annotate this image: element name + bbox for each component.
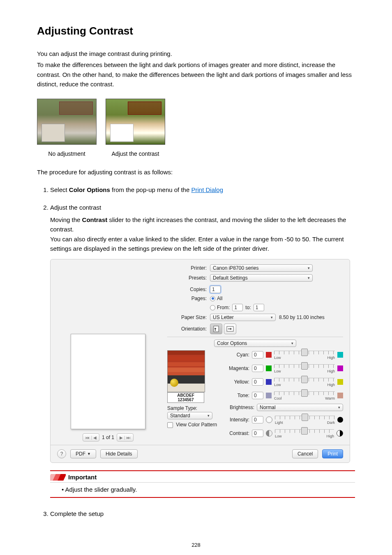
magenta-label: Magenta: bbox=[225, 365, 249, 371]
pages-all-label: All bbox=[217, 296, 222, 301]
page-number: 228 bbox=[37, 542, 355, 548]
brightness-label: Brightness: bbox=[225, 405, 254, 410]
hide-details-button[interactable]: Hide Details bbox=[100, 449, 138, 458]
pages-label: Pages: bbox=[167, 296, 210, 301]
pages-to-label: to: bbox=[245, 305, 251, 310]
intensity-label: Intensity: bbox=[225, 417, 249, 423]
papersize-label: Paper Size: bbox=[167, 314, 210, 320]
procedure-intro: The procedure for adjusting contrast is … bbox=[37, 169, 355, 176]
pdf-menu-button[interactable]: PDF ▼ bbox=[70, 449, 96, 458]
caret-icon: ▾ bbox=[308, 276, 310, 280]
tone-slider[interactable] bbox=[274, 390, 335, 396]
cyan-input[interactable]: 0 bbox=[252, 351, 263, 358]
orientation-portrait-button[interactable] bbox=[210, 324, 222, 334]
orientation-label: Orientation: bbox=[167, 326, 210, 332]
pages-from-input[interactable]: 1 bbox=[232, 304, 243, 311]
pager-label: 1 of 1 bbox=[102, 435, 114, 440]
contrast-low-icon bbox=[266, 430, 272, 437]
orientation-landscape-button[interactable] bbox=[224, 324, 236, 334]
printer-select[interactable]: Canon iP8700 series ▾ bbox=[210, 264, 313, 272]
yellow-low-swatch bbox=[266, 379, 272, 385]
printer-label: Printer: bbox=[167, 265, 210, 271]
step-2-title: Adjust the contrast bbox=[50, 204, 355, 211]
options-popup-select[interactable]: Color Options ▾ bbox=[214, 340, 296, 347]
cyan-label: Cyan: bbox=[225, 352, 249, 358]
sample-type-select[interactable]: Standard ▾ bbox=[167, 412, 212, 419]
print-dialog: ⏮|◀ 1 of 1 ▶|⏭ Printer: Canon i bbox=[50, 259, 350, 463]
caret-icon: ▾ bbox=[291, 341, 293, 345]
step-3-title: Complete the setup bbox=[50, 510, 355, 517]
tone-high-swatch bbox=[337, 393, 343, 398]
important-callout: Important • Adjust the slider gradually. bbox=[50, 470, 355, 498]
intensity-light-icon bbox=[266, 416, 272, 423]
pager-next-last[interactable]: ▶|⏭ bbox=[117, 433, 134, 442]
yellow-high-swatch bbox=[337, 379, 343, 385]
cyan-high-swatch bbox=[337, 352, 343, 358]
copies-label: Copies: bbox=[167, 287, 210, 292]
tone-input[interactable]: 0 bbox=[252, 392, 263, 399]
contrast-label: Contrast: bbox=[225, 430, 249, 436]
important-bullet: Adjust the slider gradually. bbox=[65, 486, 137, 493]
pages-to-input[interactable]: 1 bbox=[254, 304, 264, 311]
intensity-slider[interactable] bbox=[275, 414, 335, 420]
chevron-down-icon: ▼ bbox=[87, 452, 91, 456]
paper-dimensions: 8.50 by 11.00 inches bbox=[279, 314, 325, 320]
intensity-dark-icon bbox=[337, 417, 343, 423]
pages-from-radio[interactable] bbox=[210, 305, 215, 310]
sample-thumbnail bbox=[167, 350, 205, 392]
preview-thumbnail bbox=[71, 334, 145, 429]
intro-paragraph-1: You can adjust the image contrast during… bbox=[37, 49, 355, 58]
sample-thumbnail-caption: ABCDEF 1234567 bbox=[167, 392, 204, 403]
magenta-input[interactable]: 0 bbox=[252, 365, 263, 372]
sample-type-label: Sample Type: bbox=[167, 405, 221, 411]
yellow-input[interactable]: 0 bbox=[252, 378, 263, 386]
view-color-pattern-label: View Color Pattern bbox=[176, 422, 217, 428]
magenta-high-swatch bbox=[337, 365, 343, 371]
important-label: Important bbox=[68, 474, 97, 481]
sample-images: No adjustment Adjust the contrast bbox=[37, 99, 355, 157]
caret-icon: ▾ bbox=[271, 315, 273, 319]
yellow-label: Yellow: bbox=[225, 379, 249, 385]
sample-caption-noadj: No adjustment bbox=[37, 150, 97, 157]
contrast-input[interactable]: 0 bbox=[252, 430, 263, 437]
step-1-title: Select Color Options from the pop-up men… bbox=[50, 186, 355, 193]
sample-image-original bbox=[37, 99, 97, 145]
presets-label: Presets: bbox=[167, 275, 210, 281]
contrast-slider[interactable] bbox=[275, 428, 334, 434]
tone-low-swatch bbox=[266, 393, 272, 398]
copies-input[interactable]: 1 bbox=[210, 286, 221, 293]
caret-icon: ▾ bbox=[208, 414, 210, 418]
help-button[interactable]: ? bbox=[57, 449, 66, 458]
pages-from-label: From: bbox=[217, 305, 230, 310]
sample-caption-adj: Adjust the contrast bbox=[106, 150, 165, 157]
print-button[interactable]: Print bbox=[322, 449, 343, 458]
caret-icon: ▾ bbox=[338, 405, 340, 409]
magenta-low-swatch bbox=[266, 365, 272, 371]
pages-all-radio[interactable] bbox=[210, 296, 215, 301]
presets-select[interactable]: Default Settings ▾ bbox=[210, 274, 313, 282]
cyan-low-swatch bbox=[266, 352, 272, 358]
magenta-slider[interactable] bbox=[274, 363, 335, 369]
page-title: Adjusting Contrast bbox=[37, 25, 355, 37]
contrast-high-icon bbox=[337, 430, 343, 437]
print-dialog-link[interactable]: Print Dialog bbox=[191, 186, 223, 193]
step-2-paragraph-2: You can also directly enter a value link… bbox=[50, 234, 355, 254]
pager-first-prev[interactable]: ⏮|◀ bbox=[83, 433, 99, 442]
cyan-slider[interactable] bbox=[274, 349, 335, 355]
cancel-button[interactable]: Cancel bbox=[292, 449, 318, 458]
yellow-slider[interactable] bbox=[274, 377, 335, 382]
step-2-paragraph-1: Moving the Contrast slider to the right … bbox=[50, 215, 355, 234]
intensity-input[interactable]: 0 bbox=[252, 416, 263, 423]
sample-image-adjusted bbox=[106, 99, 165, 145]
caret-icon: ▾ bbox=[308, 266, 310, 270]
papersize-select[interactable]: US Letter ▾ bbox=[210, 314, 276, 321]
brightness-select[interactable]: Normal ▾ bbox=[257, 404, 343, 411]
tone-label: Tone: bbox=[225, 393, 249, 398]
intro-paragraph-2: To make the differences between the ligh… bbox=[37, 60, 355, 89]
important-icon bbox=[50, 474, 66, 481]
preview-pager: ⏮|◀ 1 of 1 ▶|⏭ bbox=[83, 433, 133, 442]
view-color-pattern-checkbox[interactable] bbox=[167, 422, 173, 428]
